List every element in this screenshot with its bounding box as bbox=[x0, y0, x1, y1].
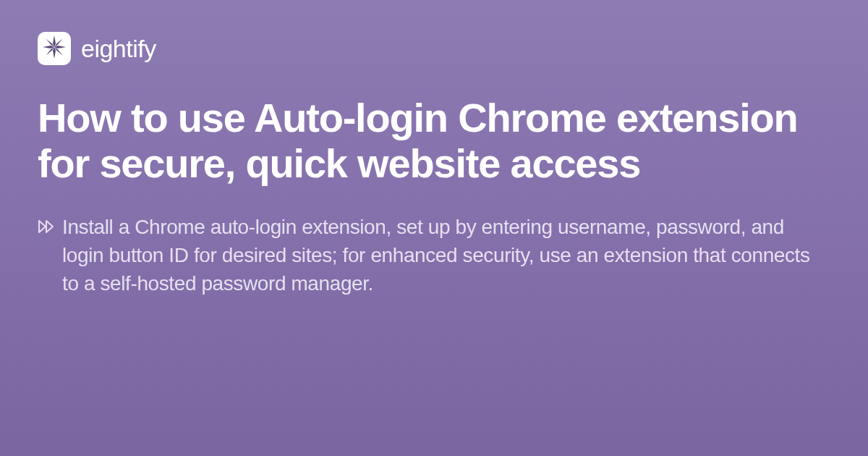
brand-logo-row: eightify bbox=[38, 32, 830, 65]
summary-row: Install a Chrome auto-login extension, s… bbox=[38, 214, 830, 297]
svg-marker-0 bbox=[39, 221, 46, 232]
brand-name: eightify bbox=[81, 35, 156, 63]
page-title: How to use Auto-login Chrome extension f… bbox=[38, 96, 830, 186]
spark-icon bbox=[42, 35, 67, 62]
summary-text: Install a Chrome auto-login extension, s… bbox=[62, 214, 830, 297]
fast-forward-icon bbox=[38, 219, 55, 235]
svg-marker-1 bbox=[46, 221, 53, 232]
logo-badge bbox=[38, 32, 71, 65]
